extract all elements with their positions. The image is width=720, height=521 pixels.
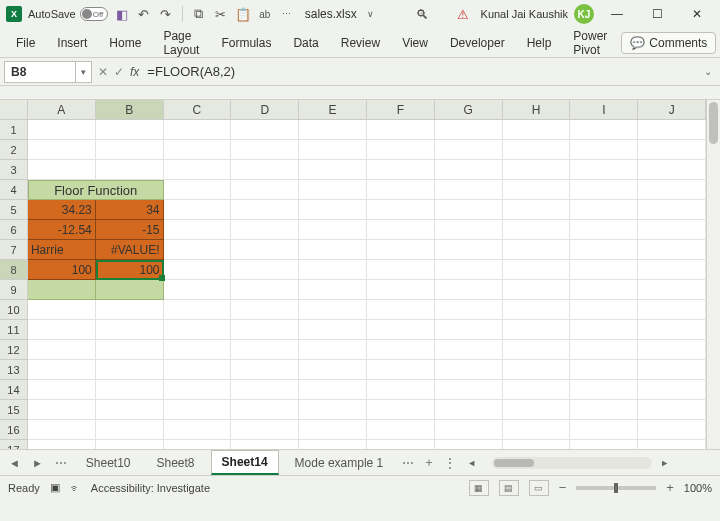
cell[interactable] [231,360,299,380]
cell[interactable] [570,360,638,380]
cell[interactable] [164,120,232,140]
cell[interactable] [435,260,503,280]
cell[interactable] [503,140,571,160]
cell[interactable] [638,200,706,220]
cell[interactable] [503,120,571,140]
cell[interactable] [96,380,164,400]
cell[interactable] [299,120,367,140]
cell[interactable] [28,420,96,440]
row-header[interactable]: 2 [0,140,28,160]
cell[interactable] [570,340,638,360]
cell[interactable] [299,420,367,440]
cell[interactable] [28,280,96,300]
cell[interactable] [367,360,435,380]
cell[interactable] [503,160,571,180]
col-header-J[interactable]: J [638,100,706,119]
cell[interactable] [164,200,232,220]
cell[interactable] [96,420,164,440]
cell[interactable]: 34 [96,200,164,220]
cell[interactable] [96,140,164,160]
row-header[interactable]: 4 [0,180,28,200]
cell[interactable] [503,260,571,280]
paste-icon[interactable]: 📋 [235,6,251,22]
cell[interactable] [638,140,706,160]
cell[interactable] [503,420,571,440]
undo-icon[interactable]: ↶ [136,6,152,22]
cell[interactable] [638,160,706,180]
col-header-D[interactable]: D [231,100,299,119]
col-header-F[interactable]: F [367,100,435,119]
user-avatar[interactable]: KJ [574,4,594,24]
macro-record-icon[interactable]: ▣ [50,481,60,494]
cell[interactable] [638,260,706,280]
cell[interactable] [367,120,435,140]
cell[interactable] [367,320,435,340]
tab-review[interactable]: Review [331,31,390,55]
cell[interactable] [28,140,96,160]
cell[interactable] [367,140,435,160]
cell[interactable] [503,440,571,449]
cell[interactable] [638,280,706,300]
search-icon[interactable]: 🔍︎ [415,6,431,22]
cell[interactable] [638,340,706,360]
cell[interactable] [164,360,232,380]
select-all-corner[interactable] [0,100,28,119]
cell[interactable] [164,400,232,420]
formula-accept-icon[interactable]: ✓ [114,65,124,79]
row-header[interactable]: 16 [0,420,28,440]
cell[interactable] [570,260,638,280]
cell[interactable] [231,280,299,300]
cell[interactable] [299,180,367,200]
formula-cancel-icon[interactable]: ✕ [98,65,108,79]
cell[interactable] [570,240,638,260]
cell[interactable] [96,300,164,320]
cell[interactable] [503,240,571,260]
cell[interactable] [435,140,503,160]
cell[interactable] [367,440,435,449]
cell[interactable] [503,320,571,340]
cell[interactable] [299,260,367,280]
cell[interactable] [435,240,503,260]
cell[interactable] [570,280,638,300]
cell[interactable] [299,320,367,340]
zoom-slider[interactable] [576,486,656,490]
cell[interactable] [231,220,299,240]
cell[interactable] [96,340,164,360]
cell[interactable] [503,180,571,200]
cell[interactable] [299,280,367,300]
sheet-tab-active[interactable]: Sheet14 [211,450,279,475]
zoom-out-icon[interactable]: − [559,480,567,495]
cell[interactable]: #VALUE! [96,240,164,260]
cell[interactable] [299,160,367,180]
cell[interactable]: 34.23 [28,200,96,220]
view-page-break-icon[interactable]: ▭ [529,480,549,496]
cell[interactable] [164,180,232,200]
tab-page-layout[interactable]: Page Layout [153,24,209,62]
cell[interactable] [96,360,164,380]
cell[interactable] [367,240,435,260]
cell[interactable] [231,140,299,160]
cell[interactable] [503,340,571,360]
cell[interactable] [231,380,299,400]
cell[interactable] [28,300,96,320]
cell[interactable] [503,400,571,420]
cell[interactable] [231,200,299,220]
cell[interactable] [638,380,706,400]
cell[interactable] [164,340,232,360]
sheet-tab[interactable]: Mode example 1 [285,452,394,474]
zoom-thumb[interactable] [614,483,618,493]
cell[interactable]: -12.54 [28,220,96,240]
autosave-switch[interactable]: Off [80,7,108,21]
cell[interactable] [435,300,503,320]
row-header[interactable]: 15 [0,400,28,420]
cell[interactable] [503,220,571,240]
cell[interactable] [28,160,96,180]
maximize-button[interactable]: ☐ [640,2,674,26]
sheet-overflow-left-icon[interactable]: ⋯ [52,456,70,470]
cell[interactable] [299,380,367,400]
cell[interactable] [570,300,638,320]
row-header[interactable]: 13 [0,360,28,380]
fx-icon[interactable]: fx [130,65,139,79]
cell[interactable] [435,420,503,440]
name-box[interactable]: B8 [4,61,76,83]
